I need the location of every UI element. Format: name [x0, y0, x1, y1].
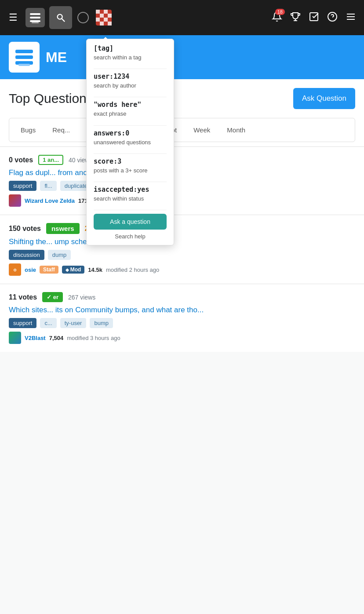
svg-rect-0: [30, 13, 40, 15]
svg-rect-10: [100, 14, 104, 18]
ask-question-button[interactable]: Ask Question: [293, 88, 355, 109]
question-tags: support fl... duplicate-questions cross-…: [9, 181, 355, 191]
site-banner: ME: [0, 35, 364, 79]
tag-discussion[interactable]: discussion: [9, 250, 44, 260]
vote-count: 150 votes: [9, 225, 41, 233]
user-rep: 14.5k: [88, 267, 102, 273]
avatar: [9, 332, 21, 344]
question-tags: support c... ty-user bump: [9, 318, 355, 328]
divider: [94, 97, 167, 97]
review-icon[interactable]: [306, 9, 322, 27]
staff-badge: Staff: [40, 266, 58, 274]
questions-header: Top Questions Ask Question: [0, 79, 364, 113]
question-tags: discussion dump: [9, 250, 355, 260]
user-name[interactable]: osie: [25, 267, 36, 273]
search-button[interactable]: [49, 6, 72, 29]
question-footer: o osie Staff ◆Mod 14.5k modified 2 hours…: [9, 263, 355, 276]
ask-question-dropdown-button[interactable]: Ask a question: [94, 214, 167, 230]
tab-bugs[interactable]: Bugs: [14, 123, 43, 137]
tag-c[interactable]: c...: [40, 318, 56, 328]
question-meta: 11 votes ✓ er 267 views: [9, 292, 355, 302]
header-icons: 18: [269, 9, 359, 27]
dropdown-code: user:1234: [94, 73, 167, 80]
divider: [94, 125, 167, 126]
modified-time: modified 2 hours ago: [106, 267, 159, 273]
page-title: Top Questions: [9, 91, 93, 106]
vote-count: 11 votes: [9, 293, 37, 301]
svg-rect-25: [15, 50, 33, 53]
help-icon[interactable]: [324, 9, 340, 27]
view-count: 267 views: [68, 294, 95, 301]
dropdown-desc: exact phrase: [94, 110, 126, 117]
tag-bump[interactable]: bump: [90, 318, 113, 328]
svg-rect-12: [96, 18, 100, 22]
user-rep: 7,504: [49, 335, 64, 341]
question-meta: 150 votes nswers 27k views: [9, 223, 355, 234]
dropdown-code: [tag]: [94, 44, 167, 52]
user-name[interactable]: Wizard Love Zelda: [25, 197, 75, 204]
tab-requests[interactable]: Req...: [45, 123, 77, 137]
tag-support[interactable]: support: [9, 318, 36, 328]
svg-rect-18: [310, 13, 318, 21]
svg-line-5: [62, 19, 65, 22]
dropdown-accepted-search: isaccepted:yes search within status: [94, 186, 167, 203]
question-title[interactable]: Shifting the... ump schedule: A proposal: [9, 238, 355, 246]
question-title[interactable]: Which sites... its on Community bumps, a…: [9, 306, 355, 314]
question-footer: Wizard Love Zelda 171k modified 47 mins …: [9, 194, 355, 207]
tag-dump[interactable]: dump: [48, 250, 71, 260]
avatar: [9, 194, 21, 207]
checkerboard-icon[interactable]: [94, 8, 113, 27]
dropdown-desc: posts with a 3+ score: [94, 167, 147, 174]
vote-count: 0 votes: [9, 156, 33, 164]
avatar: o: [9, 263, 21, 276]
search-dropdown: [tag] search within a tag user:1234 sear…: [86, 39, 174, 245]
notification-badge: 18: [275, 9, 285, 15]
dropdown-phrase-search: "words here" exact phrase: [94, 101, 167, 118]
svg-point-6: [78, 12, 88, 23]
svg-rect-9: [104, 10, 108, 14]
site-header: ☰: [0, 0, 364, 35]
dropdown-code: answers:0: [94, 129, 167, 137]
user-name[interactable]: V2Blast: [25, 335, 46, 341]
answers-badge-accepted: ✓ er: [42, 292, 63, 302]
dropdown-answers-search: answers:0 unanswered questions: [94, 129, 167, 146]
svg-rect-2: [30, 20, 40, 22]
question-meta: 0 votes 1 an... 40 views: [9, 155, 355, 165]
dropdown-desc: search by author: [94, 82, 136, 89]
svg-rect-26: [15, 55, 33, 59]
modified-time: modified 3 hours ago: [67, 335, 120, 341]
dropdown-user-search: user:1234 search by author: [94, 73, 167, 90]
svg-rect-11: [108, 14, 112, 18]
dropdown-desc: search within a tag: [94, 54, 141, 61]
dropdown-desc: unanswered questions: [94, 139, 151, 146]
hamburger-menu-icon[interactable]: ☰: [5, 8, 21, 27]
tag-support[interactable]: support: [9, 181, 36, 191]
question-footer: V2Blast 7,504 modified 3 hours ago: [9, 332, 355, 344]
search-help-link[interactable]: Search help: [94, 233, 167, 240]
dropdown-score-search: score:3 posts with a 3+ score: [94, 157, 167, 175]
tag-fl[interactable]: fl...: [40, 181, 56, 191]
dropdown-code: score:3: [94, 157, 167, 165]
dropdown-code: "words here": [94, 101, 167, 109]
question-item: 11 votes ✓ er 267 views Which sites... i…: [0, 284, 364, 352]
site-logo[interactable]: [25, 8, 45, 27]
answers-badge: 1 an...: [38, 155, 63, 165]
svg-rect-3: [32, 22, 39, 23]
mod-badge: ◆Mod: [62, 266, 85, 274]
notifications-icon[interactable]: 18: [269, 9, 285, 27]
trophy-icon[interactable]: [288, 9, 303, 27]
divider: [94, 69, 167, 69]
main-content: Top Questions Ask Question Bugs Req... i…: [0, 79, 364, 352]
tab-week[interactable]: Week: [186, 123, 217, 137]
more-menu-icon[interactable]: [343, 9, 359, 27]
dropdown-tag-search: [tag] search within a tag: [94, 44, 167, 62]
svg-point-4: [58, 15, 62, 19]
site-name-text: ME: [46, 49, 67, 66]
question-title[interactable]: Flag as dupl... from another stack site?…: [9, 168, 355, 177]
svg-rect-13: [104, 18, 108, 22]
svg-rect-14: [100, 22, 104, 26]
answers-label: nswers: [46, 223, 80, 234]
tag-ty-user[interactable]: ty-user: [60, 318, 87, 328]
question-item: 0 votes 1 an... 40 views Flag as dupl...…: [0, 146, 364, 215]
tab-month[interactable]: Month: [220, 123, 252, 137]
